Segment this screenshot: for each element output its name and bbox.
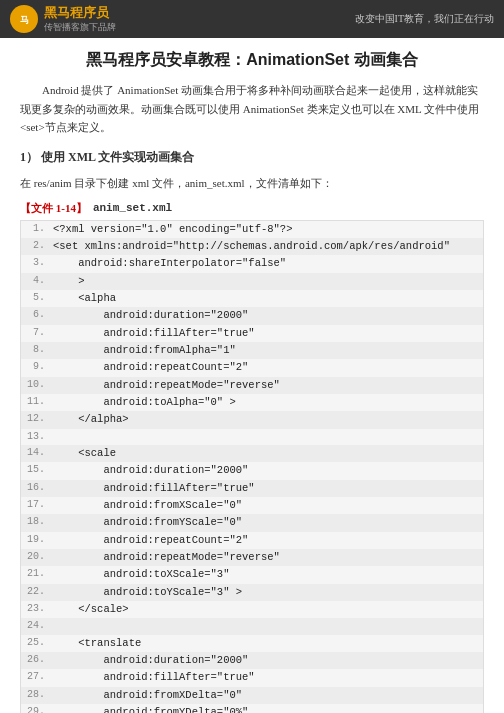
- line-content: android:repeatMode="reverse": [53, 377, 479, 394]
- table-row: 22. android:toYScale="3" >: [21, 584, 483, 601]
- line-number: 4.: [25, 273, 53, 290]
- line-number: 7.: [25, 325, 53, 342]
- table-row: 17. android:fromXScale="0": [21, 497, 483, 514]
- line-number: 25.: [25, 635, 53, 652]
- intro-para-2: 在 res/anim 目录下创建 xml 文件，anim_set.xml，文件清…: [20, 174, 484, 193]
- line-content: <?xml version="1.0" encoding="utf-8"?>: [53, 221, 479, 238]
- header-slogan: 改变中国IT教育，我们正在行动: [355, 12, 494, 26]
- line-content: </scale>: [53, 601, 479, 618]
- table-row: 11. android:toAlpha="0" >: [21, 394, 483, 411]
- line-number: 22.: [25, 584, 53, 601]
- line-number: 12.: [25, 411, 53, 428]
- line-number: 15.: [25, 462, 53, 479]
- line-number: 24.: [25, 618, 53, 635]
- main-content: 黑马程序员安卓教程：AnimationSet 动画集合 Android 提供了 …: [0, 38, 504, 713]
- logo-text: 黑马程序员 传智播客旗下品牌: [44, 5, 116, 34]
- table-row: 1.<?xml version="1.0" encoding="utf-8"?>: [21, 221, 483, 238]
- line-number: 13.: [25, 429, 53, 446]
- line-number: 29.: [25, 704, 53, 713]
- table-row: 10. android:repeatMode="reverse": [21, 377, 483, 394]
- line-content: android:repeatCount="2": [53, 532, 479, 549]
- file-name: anim_set.xml: [93, 202, 172, 214]
- line-number: 21.: [25, 566, 53, 583]
- line-content: <set xmlns:android="http://schemas.andro…: [53, 238, 479, 255]
- line-content: android:fromYDelta="0%": [53, 704, 479, 713]
- table-row: 6. android:duration="2000": [21, 307, 483, 324]
- table-row: 9. android:repeatCount="2": [21, 359, 483, 376]
- section-heading: 1） 使用 XML 文件实现动画集合: [20, 149, 484, 166]
- table-row: 18. android:fromYScale="0": [21, 514, 483, 531]
- line-number: 2.: [25, 238, 53, 255]
- line-content: android:fromAlpha="1": [53, 342, 479, 359]
- line-number: 28.: [25, 687, 53, 704]
- line-content: </alpha>: [53, 411, 479, 428]
- line-content: android:repeatCount="2": [53, 359, 479, 376]
- line-number: 14.: [25, 445, 53, 462]
- table-row: 3. android:shareInterpolator="false": [21, 255, 483, 272]
- line-number: 5.: [25, 290, 53, 307]
- table-row: 12. </alpha>: [21, 411, 483, 428]
- line-content: android:fromYScale="0": [53, 514, 479, 531]
- line-content: <translate: [53, 635, 479, 652]
- header: 马 黑马程序员 传智播客旗下品牌 改变中国IT教育，我们正在行动: [0, 0, 504, 38]
- slogan-text: 改变中国IT教育，我们正在行动: [355, 13, 494, 24]
- table-row: 5. <alpha: [21, 290, 483, 307]
- line-number: 16.: [25, 480, 53, 497]
- line-number: 19.: [25, 532, 53, 549]
- line-content: <scale: [53, 445, 479, 462]
- line-content: android:toXScale="3": [53, 566, 479, 583]
- table-row: 28. android:fromXDelta="0": [21, 687, 483, 704]
- line-number: 11.: [25, 394, 53, 411]
- line-content: android:toYScale="3" >: [53, 584, 479, 601]
- table-row: 7. android:fillAfter="true": [21, 325, 483, 342]
- table-row: 27. android:fillAfter="true": [21, 669, 483, 686]
- line-number: 9.: [25, 359, 53, 376]
- logo-icon: 马: [10, 5, 38, 33]
- section-heading-text: 1） 使用 XML 文件实现动画集合: [20, 150, 194, 164]
- line-content: android:duration="2000": [53, 652, 479, 669]
- line-content: android:shareInterpolator="false": [53, 255, 479, 272]
- page-title: 黑马程序员安卓教程：AnimationSet 动画集合: [20, 50, 484, 71]
- table-row: 23. </scale>: [21, 601, 483, 618]
- line-number: 6.: [25, 307, 53, 324]
- line-content: android:fromXScale="0": [53, 497, 479, 514]
- line-content: android:duration="2000": [53, 307, 479, 324]
- logo-main-name: 黑马程序员: [44, 5, 116, 22]
- line-number: 1.: [25, 221, 53, 238]
- table-row: 15. android:duration="2000": [21, 462, 483, 479]
- table-row: 14. <scale: [21, 445, 483, 462]
- line-number: 3.: [25, 255, 53, 272]
- table-row: 19. android:repeatCount="2": [21, 532, 483, 549]
- file-label: 【文件 1-14】 anim_set.xml: [20, 201, 484, 216]
- line-content: android:toAlpha="0" >: [53, 394, 479, 411]
- code-block: 1.<?xml version="1.0" encoding="utf-8"?>…: [20, 220, 484, 713]
- table-row: 26. android:duration="2000": [21, 652, 483, 669]
- table-row: 2.<set xmlns:android="http://schemas.and…: [21, 238, 483, 255]
- table-row: 13.: [21, 429, 483, 446]
- table-row: 29. android:fromYDelta="0%": [21, 704, 483, 713]
- table-row: 4. >: [21, 273, 483, 290]
- line-number: 27.: [25, 669, 53, 686]
- table-row: 25. <translate: [21, 635, 483, 652]
- line-content: android:fillAfter="true": [53, 325, 479, 342]
- line-content: android:fromXDelta="0": [53, 687, 479, 704]
- table-row: 16. android:fillAfter="true": [21, 480, 483, 497]
- line-number: 26.: [25, 652, 53, 669]
- table-row: 20. android:repeatMode="reverse": [21, 549, 483, 566]
- table-row: 21. android:toXScale="3": [21, 566, 483, 583]
- line-number: 23.: [25, 601, 53, 618]
- line-content: >: [53, 273, 479, 290]
- line-number: 17.: [25, 497, 53, 514]
- line-content: android:repeatMode="reverse": [53, 549, 479, 566]
- table-row: 8. android:fromAlpha="1": [21, 342, 483, 359]
- line-number: 18.: [25, 514, 53, 531]
- line-content: android:fillAfter="true": [53, 669, 479, 686]
- line-number: 10.: [25, 377, 53, 394]
- file-bracket: 【文件 1-14】: [20, 201, 87, 216]
- header-logo: 马 黑马程序员 传智播客旗下品牌: [10, 5, 116, 34]
- line-content: <alpha: [53, 290, 479, 307]
- line-number: 8.: [25, 342, 53, 359]
- line-number: 20.: [25, 549, 53, 566]
- table-row: 24.: [21, 618, 483, 635]
- intro-paragraph: Android 提供了 AnimationSet 动画集合用于将多种补间动画联合…: [20, 81, 484, 137]
